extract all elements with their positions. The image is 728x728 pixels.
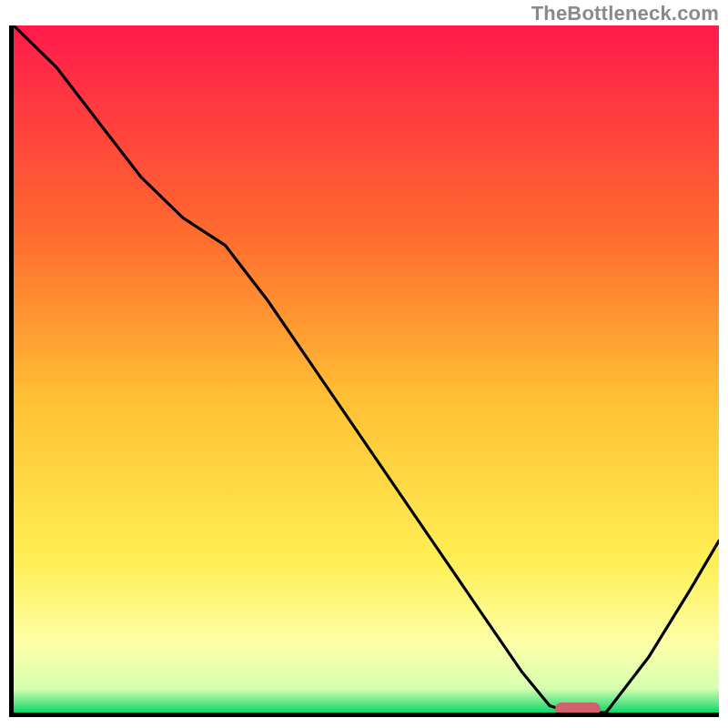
watermark-text: TheBottleneck.com [531, 2, 719, 25]
minimum-marker [555, 703, 601, 715]
chart-frame [9, 25, 719, 717]
chart-plot-area [14, 25, 719, 713]
chart-curve [14, 25, 719, 713]
